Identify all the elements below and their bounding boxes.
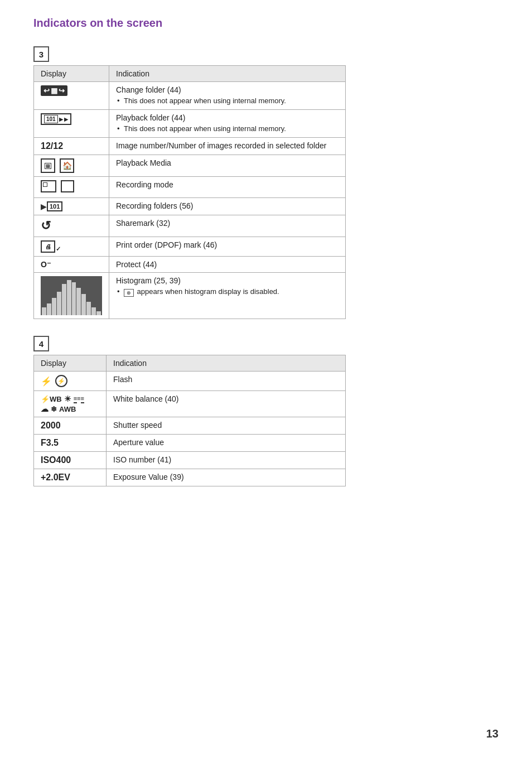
table-row: ▶ 101 Recording folders (56) [34, 198, 346, 215]
indication-cell: Shutter speed [107, 417, 346, 435]
section-4-table: Display Indication ⚡ ⚡ Flash [33, 355, 346, 486]
table-row: Recording mode [34, 177, 346, 198]
display-cell: O⁻ [34, 257, 109, 273]
indication-cell: Aperture value [107, 435, 346, 452]
display-cell: 12/12 [34, 138, 109, 155]
section-3-table: Display Indication ↩ ▦ ↪ Change folder (… [33, 65, 346, 319]
table-row: ISO400 ISO number (41) [34, 452, 346, 469]
col-display-4: Display [34, 355, 107, 372]
indication-cell: White balance (40) [107, 391, 346, 417]
display-cell: 101 ▶ [34, 110, 109, 138]
display-cell: 2000 [34, 417, 107, 435]
table-row: ↩ ▦ ↪ Change folder (44) This does not a… [34, 82, 346, 110]
display-cell: ▤ 🏠 [34, 155, 109, 177]
table-row: 🖨 ✓ Print order (DPOF) mark (46) [34, 237, 346, 257]
display-cell: ↺ [34, 215, 109, 237]
histogram-icon [41, 276, 102, 315]
iso-display: ISO400 [41, 455, 71, 465]
playback-media-icon: ▤ 🏠 [41, 158, 74, 173]
indication-cell: Sharemark (32) [109, 215, 346, 237]
section-3-header: 3 [33, 46, 49, 62]
col-indication-3: Indication [109, 66, 346, 82]
indication-cell: Recording folders (56) [109, 198, 346, 215]
page-number: 13 [486, 727, 499, 740]
col-indication-4: Indication [107, 355, 346, 372]
shutter-speed-display: 2000 [41, 421, 61, 430]
indication-cell: ISO number (41) [107, 452, 346, 469]
table-row: Histogram (25, 39) ⊗ appears when histog… [34, 273, 346, 319]
playback-folder-icon: 101 ▶ [41, 113, 71, 125]
indication-cell: Histogram (25, 39) ⊗ appears when histog… [109, 273, 346, 319]
col-display-3: Display [34, 66, 109, 82]
flash-icon: ⚡ ⚡ [41, 375, 67, 387]
recording-mode-icon [41, 180, 74, 192]
sharemark-icon: ↺ [41, 219, 51, 233]
indication-cell: Exposure Value (39) [107, 469, 346, 486]
indication-cell: Flash [107, 372, 346, 391]
protect-icon: O⁻ [41, 260, 51, 269]
indication-cell: Playback Media [109, 155, 346, 177]
indication-cell: Playback folder (44) This does not appea… [109, 110, 346, 138]
indication-cell: Image number/Number of images recorded i… [109, 138, 346, 155]
indication-cell: Recording mode [109, 177, 346, 198]
indication-cell: Print order (DPOF) mark (46) [109, 237, 346, 257]
table-row: ↺ Sharemark (32) [34, 215, 346, 237]
recording-folder-icon: ▶ 101 [41, 201, 62, 211]
aperture-display: F3.5 [41, 438, 59, 447]
table-row: 2000 Shutter speed [34, 417, 346, 435]
table-row: ⚡ ⚡ Flash [34, 372, 346, 391]
indication-cell: Protect (44) [109, 257, 346, 273]
display-cell: F3.5 [34, 435, 107, 452]
table-row: ▤ 🏠 Playback Media [34, 155, 346, 177]
table-row: O⁻ Protect (44) [34, 257, 346, 273]
table-row: ⚡WB ☀ ≡≡≡ ☁ ❄ AWB White balance (40) [34, 391, 346, 417]
page-title: Indicators on the screen [33, 17, 499, 30]
table-row: 101 ▶ Playback folder (44) This does not… [34, 110, 346, 138]
display-cell: +2.0EV [34, 469, 107, 486]
table-row: +2.0EV Exposure Value (39) [34, 469, 346, 486]
table-row: F3.5 Aperture value [34, 435, 346, 452]
ev-display: +2.0EV [41, 472, 70, 482]
folder-change-icon: ↩ ▦ ↪ [41, 85, 67, 96]
display-cell: ▶ 101 [34, 198, 109, 215]
section-4-header: 4 [33, 336, 49, 351]
image-number-display: 12/12 [41, 141, 63, 151]
print-order-icon: 🖨 ✓ [41, 240, 61, 253]
display-cell: ↩ ▦ ↪ [34, 82, 109, 110]
indication-cell: Change folder (44) This does not appear … [109, 82, 346, 110]
display-cell [34, 273, 109, 319]
display-cell [34, 177, 109, 198]
display-cell: ⚡WB ☀ ≡≡≡ ☁ ❄ AWB [34, 391, 107, 417]
display-cell: 🖨 ✓ [34, 237, 109, 257]
display-cell: ⚡ ⚡ [34, 372, 107, 391]
display-cell: ISO400 [34, 452, 107, 469]
table-row: 12/12 Image number/Number of images reco… [34, 138, 346, 155]
white-balance-icon: ⚡WB ☀ ≡≡≡ ☁ ❄ AWB [41, 394, 99, 413]
